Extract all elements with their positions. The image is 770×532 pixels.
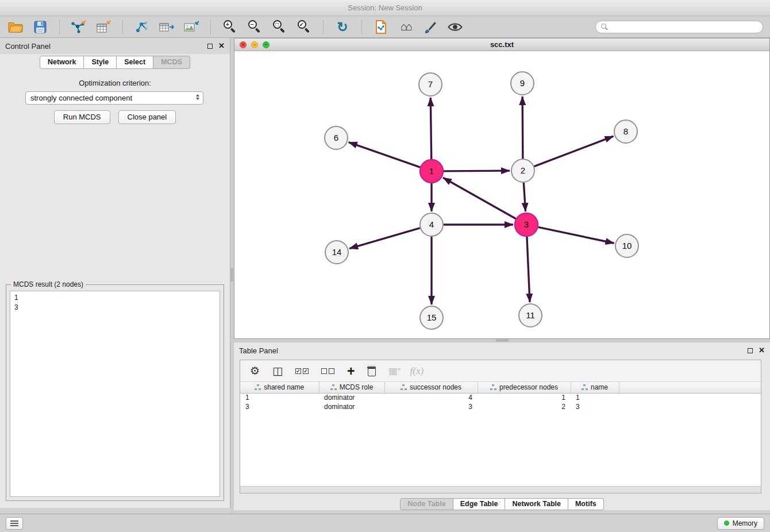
save-session-button[interactable] [32,18,49,36]
zoom-in-button[interactable]: + [221,18,238,36]
close-panel-button[interactable]: Close panel [118,110,176,124]
table-cell-filler [619,393,761,402]
table-settings-button[interactable]: ⚙ [250,364,260,377]
unchecked-box-icon [321,368,327,374]
graph-edge-3-1[interactable] [443,178,516,218]
open-session-button[interactable] [7,18,24,36]
graph-edge-2-3[interactable] [523,183,525,211]
tab-edge-table[interactable]: Edge Table [453,498,506,510]
column-header-label: MCDS role [340,383,374,391]
column-header-predecessor-nodes[interactable]: predecessor nodes [478,382,571,393]
horizontal-scrollbar[interactable] [240,486,761,493]
column-header-mcds-role[interactable]: MCDS role [319,382,384,393]
svg-text:7: 7 [428,79,433,89]
graph-edge-3-11[interactable] [527,237,530,302]
graph-edge-2-8[interactable] [534,136,614,166]
close-window-icon[interactable]: ✕ [240,41,247,48]
create-column-button[interactable]: + [347,365,355,377]
svg-text:2: 2 [521,165,525,175]
export-image-button[interactable] [183,18,200,36]
show-hide-button[interactable] [446,18,464,36]
column-header-label: shared name [264,383,304,391]
tab-select[interactable]: Select [117,56,153,69]
svg-text:10: 10 [622,241,632,250]
graph-node-8[interactable]: 8 [614,120,637,143]
column-header-name[interactable]: name [571,382,619,393]
search-box[interactable] [595,21,763,33]
network-canvas[interactable]: 1234678910111415 [234,51,769,338]
table-row[interactable]: 3dominator323 [240,402,761,411]
import-table-button[interactable] [95,18,112,36]
search-input[interactable] [611,23,757,31]
zoom-fit-button[interactable]: □ [271,18,288,36]
graph-edge-4-14[interactable] [349,228,420,249]
graph-edge-2-9[interactable] [522,97,523,159]
table-cell: 1 [240,393,319,402]
window-titlebar: Session: New Session [0,0,770,16]
tab-motifs[interactable]: Motifs [568,498,604,510]
graph-edge-1-2[interactable] [444,171,510,171]
import-network-button[interactable] [70,18,87,36]
home-views-button[interactable]: ⌂⌂ [397,18,414,36]
graph-edge-1-6[interactable] [349,142,420,167]
close-panel-icon[interactable]: ✕ [218,43,225,49]
graph-node-3[interactable]: 3 [515,213,538,236]
graph-edge-3-10[interactable] [538,227,614,243]
graph-node-15[interactable]: 15 [420,306,443,329]
select-all-columns-button[interactable]: ✓✓ [295,368,309,374]
zoom-fit-icon: □ [273,20,286,33]
tab-mcds[interactable]: MCDS [153,56,190,69]
unchecked-box-icon [329,368,334,374]
zoom-out-button[interactable]: − [246,18,263,36]
zoom-window-icon[interactable]: + [263,41,270,48]
graph-edge-1-7[interactable] [430,98,431,159]
float-panel-icon[interactable] [748,348,753,353]
memory-status-icon [724,521,729,526]
tab-network-table[interactable]: Network Table [505,498,568,510]
close-panel-icon[interactable]: ✕ [759,347,765,354]
task-history-button[interactable] [6,517,23,530]
table-toolbar: ⚙ ◫ ✓✓ + ▦✕ f(x) [240,360,761,382]
application-window: Session: New Session + − [0,0,770,532]
graph-node-14[interactable]: 14 [325,241,348,264]
table-panel-tabbar: Node TableEdge TableNetwork TableMotifs [234,498,770,510]
svg-text:9: 9 [520,78,525,88]
table-cell: 4 [384,393,478,402]
column-type-icon [582,384,588,390]
memory-button[interactable]: Memory [717,517,764,530]
svg-text:3: 3 [524,219,529,229]
apply-style-button[interactable] [372,18,390,36]
optimization-criterion-dropdown[interactable]: strongly connected component [25,91,203,105]
tab-network[interactable]: Network [40,56,84,69]
refresh-layout-button[interactable]: ↻ [334,18,351,36]
network-graph[interactable]: 1234678910111415 [234,51,769,339]
window-traffic-lights: ✕ − + [234,41,270,48]
tab-node-table[interactable]: Node Table [400,498,453,510]
deselect-all-columns-button[interactable] [321,368,334,374]
minimize-window-icon[interactable]: − [251,41,258,48]
column-header-successor-nodes[interactable]: successor nodes [384,382,478,393]
graph-node-2[interactable]: 2 [511,159,534,182]
graph-node-11[interactable]: 11 [519,304,542,327]
delete-column-button[interactable] [367,366,376,376]
tab-style[interactable]: Style [84,56,117,69]
table-cell: dominator [319,402,384,411]
columns-icon: ◫ [272,364,283,377]
graph-node-9[interactable]: 9 [511,72,534,95]
column-header-shared-name[interactable]: shared name [240,382,319,393]
column-header-label: predecessor nodes [499,383,558,391]
run-mcds-button[interactable]: Run MCDS [54,110,110,124]
graph-node-10[interactable]: 10 [615,234,638,257]
zoom-selected-button[interactable]: ✓ [295,18,313,36]
float-panel-icon[interactable] [207,44,213,49]
graph-node-1[interactable]: 1 [420,160,443,183]
graph-node-7[interactable]: 7 [419,73,442,96]
show-columns-button[interactable]: ◫ [272,364,283,377]
network-from-table-button[interactable] [158,18,175,36]
toolbar-separator [361,20,362,34]
new-network-button[interactable] [133,18,151,36]
graph-node-4[interactable]: 4 [420,213,443,236]
table-row[interactable]: 1dominator411 [240,393,761,402]
style-brush-button[interactable] [422,18,439,36]
graph-node-6[interactable]: 6 [325,126,348,149]
